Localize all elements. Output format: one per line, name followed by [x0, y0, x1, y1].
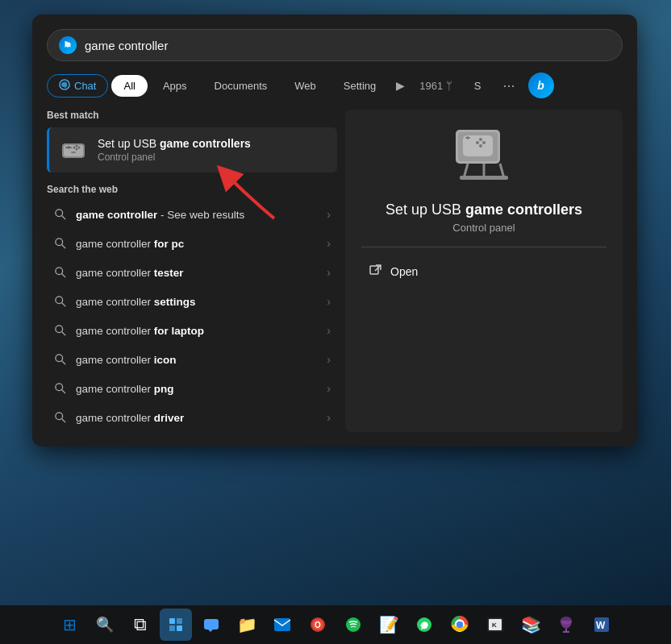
web-result-arrow-6: › — [327, 382, 331, 395]
tab-all-label: All — [123, 80, 135, 92]
tab-chat-label: Chat — [74, 80, 96, 92]
web-result-item[interactable]: game controller png › — [47, 374, 337, 403]
svg-point-8 — [76, 145, 78, 147]
search-input[interactable]: game controller — [85, 39, 611, 52]
web-result-item[interactable]: game controller driver › — [47, 403, 337, 432]
svg-rect-48 — [274, 618, 290, 631]
web-result-item[interactable]: game controller settings › — [47, 287, 337, 316]
taskbar-widgets[interactable] — [160, 609, 192, 641]
best-match-subtitle: Control panel — [98, 152, 327, 163]
search-window: game controller Chat All Apps Documents … — [32, 15, 637, 447]
detail-title-prefix: Set up USB — [386, 202, 465, 218]
taskbar-whatsapp[interactable] — [408, 609, 440, 641]
taskbar-kindle[interactable]: K — [479, 609, 511, 641]
web-result-item[interactable]: game controller tester › — [47, 258, 337, 287]
svg-line-26 — [62, 419, 65, 422]
tab-all[interactable]: All — [111, 75, 147, 97]
svg-rect-39 — [460, 176, 508, 180]
web-result-text-5: game controller icon — [76, 354, 319, 366]
tab-apps[interactable]: Apps — [151, 75, 199, 97]
search-web-icon-7 — [53, 410, 68, 425]
web-result-item[interactable]: game controller for laptop › — [47, 316, 337, 345]
tab-s[interactable]: S — [462, 75, 494, 97]
svg-rect-43 — [177, 618, 182, 624]
taskbar-sticky-notes[interactable]: 📝 — [373, 609, 405, 641]
filter-tabs: Chat All Apps Documents Web Setting ▶ 19… — [47, 73, 623, 98]
svg-rect-45 — [177, 625, 182, 631]
svg-point-6 — [78, 147, 81, 149]
svg-rect-42 — [169, 618, 175, 624]
control-panel-icon — [59, 135, 88, 164]
svg-line-24 — [62, 390, 65, 393]
search-web-icon-4 — [53, 323, 68, 338]
svg-point-19 — [56, 326, 63, 333]
search-web-icon-1 — [53, 236, 68, 251]
web-result-text-7: game controller driver — [76, 412, 319, 424]
web-result-text-1: game controller for pc — [76, 238, 319, 250]
svg-rect-44 — [169, 625, 175, 631]
detail-divider — [361, 247, 606, 247]
svg-point-25 — [56, 413, 63, 420]
taskbar-search[interactable]: 🔍 — [89, 609, 121, 641]
taskbar-taskview[interactable]: ⧉ — [124, 609, 156, 641]
tab-web[interactable]: Web — [282, 75, 328, 97]
open-action[interactable]: Open — [361, 259, 426, 285]
tab-more-button[interactable]: ··· — [497, 74, 522, 98]
web-result-text-4: game controller for laptop — [76, 325, 319, 337]
detail-app-icon — [452, 126, 516, 190]
svg-point-11 — [56, 210, 63, 217]
svg-text:K: K — [492, 621, 497, 629]
taskbar-file-explorer[interactable]: 📁 — [231, 609, 263, 641]
bing-logo: b — [537, 79, 544, 92]
taskbar-books[interactable]: 📚 — [515, 609, 547, 641]
taskbar-word[interactable]: W — [586, 609, 618, 641]
web-result-arrow-2: › — [327, 266, 331, 279]
taskbar-outlook[interactable] — [266, 609, 298, 641]
detail-panel: Set up USB game controllers Control pane… — [345, 110, 623, 432]
tab-apps-label: Apps — [163, 80, 187, 92]
svg-point-15 — [56, 268, 63, 275]
detail-subtitle: Control panel — [452, 222, 515, 234]
open-label: Open — [390, 265, 418, 278]
web-result-item[interactable]: game controller for pc › — [47, 229, 337, 258]
best-match-item[interactable]: Set up USB game controllers Control pane… — [47, 127, 337, 172]
taskbar-start[interactable]: ⊞ — [53, 609, 85, 641]
svg-rect-9 — [71, 152, 76, 153]
svg-point-23 — [56, 384, 63, 391]
search-web-icon-2 — [53, 265, 68, 280]
web-result-item[interactable]: game controller - See web results › — [47, 200, 337, 229]
tab-chat[interactable]: Chat — [47, 74, 108, 98]
taskbar-chat[interactable] — [195, 609, 227, 641]
web-result-item[interactable]: game controller icon › — [47, 345, 337, 374]
web-result-arrow-5: › — [327, 353, 331, 366]
svg-point-56 — [456, 621, 463, 628]
svg-rect-4 — [68, 146, 69, 149]
svg-rect-46 — [204, 619, 219, 629]
tab-settings-label: Setting — [344, 80, 376, 92]
taskbar-wine[interactable] — [550, 609, 582, 641]
tab-documents[interactable]: Documents — [202, 75, 280, 97]
taskbar-antivirus[interactable]: O — [302, 609, 334, 641]
taskbar-chrome[interactable] — [444, 609, 476, 641]
web-result-arrow-7: › — [327, 411, 331, 424]
web-results-list: game controller - See web results › game… — [47, 200, 337, 432]
svg-marker-47 — [208, 629, 213, 632]
taskbar-spotify[interactable] — [337, 609, 369, 641]
svg-point-21 — [56, 355, 63, 362]
svg-line-12 — [62, 216, 65, 219]
detail-title: Set up USB game controllers — [386, 202, 582, 218]
left-panel: Best match — [47, 110, 337, 432]
svg-point-35 — [479, 144, 482, 147]
best-match-label: Best match — [47, 110, 337, 121]
web-result-arrow-0: › — [327, 208, 331, 221]
content-area: Best match — [47, 110, 623, 432]
taskbar: ⊞ 🔍 ⧉ 📁 O 📝 K 📚 W — [0, 605, 671, 644]
bing-circle-icon[interactable]: b — [528, 73, 554, 98]
web-result-arrow-3: › — [327, 295, 331, 308]
svg-text:O: O — [315, 621, 321, 629]
search-bar[interactable]: game controller — [47, 29, 623, 61]
svg-point-32 — [479, 138, 482, 141]
svg-rect-40 — [370, 266, 378, 274]
tab-settings[interactable]: Setting — [331, 75, 388, 97]
tab-play-icon[interactable]: ▶ — [391, 76, 410, 95]
